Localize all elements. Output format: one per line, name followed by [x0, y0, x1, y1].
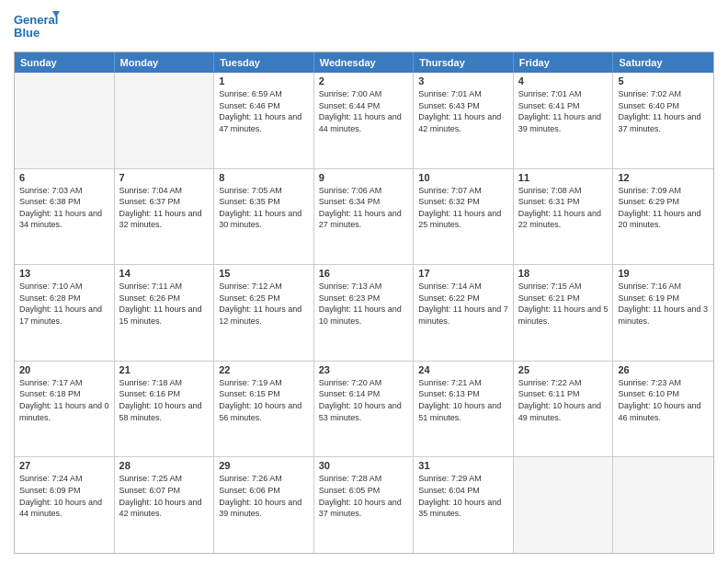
day-number: 30 [319, 460, 409, 471]
calendar-row-4: 27Sunrise: 7:24 AMSunset: 6:09 PMDayligh… [15, 456, 713, 553]
day-number: 15 [219, 268, 309, 279]
header-day-friday: Friday [514, 52, 614, 73]
day-info: Sunrise: 7:11 AMSunset: 6:26 PMDaylight:… [119, 281, 210, 327]
day-number: 20 [19, 364, 109, 375]
day-number: 3 [418, 75, 508, 86]
day-info: Sunrise: 7:09 AMSunset: 6:29 PMDaylight:… [618, 185, 709, 231]
day-number: 27 [19, 460, 109, 471]
calendar-cell: 26Sunrise: 7:23 AMSunset: 6:10 PMDayligh… [613, 362, 713, 457]
calendar-cell: 8Sunrise: 7:05 AMSunset: 6:35 PMDaylight… [214, 169, 314, 265]
calendar-cell [514, 457, 614, 553]
day-number: 1 [219, 75, 309, 86]
day-info: Sunrise: 7:05 AMSunset: 6:35 PMDaylight:… [219, 185, 309, 231]
day-info: Sunrise: 7:22 AMSunset: 6:11 PMDaylight:… [518, 377, 609, 423]
day-info: Sunrise: 7:29 AMSunset: 6:04 PMDaylight:… [418, 473, 508, 519]
calendar-cell: 20Sunrise: 7:17 AMSunset: 6:18 PMDayligh… [15, 362, 115, 457]
day-number: 12 [618, 172, 709, 183]
day-info: Sunrise: 7:02 AMSunset: 6:40 PMDaylight:… [618, 88, 709, 134]
calendar-cell: 9Sunrise: 7:06 AMSunset: 6:34 PMDaylight… [314, 169, 415, 265]
day-number: 28 [119, 460, 210, 471]
day-number: 9 [319, 172, 409, 183]
day-number: 16 [319, 268, 409, 279]
calendar-cell: 23Sunrise: 7:20 AMSunset: 6:14 PMDayligh… [314, 362, 415, 457]
svg-text:General: General [14, 13, 58, 27]
day-info: Sunrise: 7:25 AMSunset: 6:07 PMDaylight:… [119, 473, 210, 519]
calendar-cell: 13Sunrise: 7:10 AMSunset: 6:28 PMDayligh… [15, 265, 115, 361]
calendar-cell: 19Sunrise: 7:16 AMSunset: 6:19 PMDayligh… [613, 265, 713, 361]
header: General Blue [14, 9, 714, 44]
day-info: Sunrise: 7:26 AMSunset: 6:06 PMDaylight:… [219, 473, 309, 519]
header-day-saturday: Saturday [613, 52, 713, 73]
day-number: 17 [418, 268, 508, 279]
day-info: Sunrise: 7:07 AMSunset: 6:32 PMDaylight:… [418, 185, 508, 231]
calendar-body: 1Sunrise: 6:59 AMSunset: 6:46 PMDaylight… [15, 73, 713, 553]
day-number: 24 [418, 364, 508, 375]
calendar-cell [613, 457, 713, 553]
calendar-cell: 16Sunrise: 7:13 AMSunset: 6:23 PMDayligh… [314, 265, 415, 361]
calendar-cell: 2Sunrise: 7:00 AMSunset: 6:44 PMDaylight… [314, 73, 415, 168]
calendar-cell [15, 73, 115, 168]
calendar-cell: 10Sunrise: 7:07 AMSunset: 6:32 PMDayligh… [414, 169, 514, 265]
day-info: Sunrise: 7:18 AMSunset: 6:16 PMDaylight:… [119, 377, 210, 423]
header-day-monday: Monday [115, 52, 215, 73]
day-info: Sunrise: 7:06 AMSunset: 6:34 PMDaylight:… [319, 185, 409, 231]
calendar-row-0: 1Sunrise: 6:59 AMSunset: 6:46 PMDaylight… [15, 73, 713, 168]
day-number: 25 [518, 364, 609, 375]
header-day-tuesday: Tuesday [214, 52, 314, 73]
calendar-cell: 29Sunrise: 7:26 AMSunset: 6:06 PMDayligh… [214, 457, 314, 553]
day-number: 14 [119, 268, 210, 279]
day-info: Sunrise: 7:15 AMSunset: 6:21 PMDaylight:… [518, 281, 609, 327]
day-number: 21 [119, 364, 210, 375]
header-day-wednesday: Wednesday [314, 52, 415, 73]
logo: General Blue [14, 9, 60, 44]
day-info: Sunrise: 7:13 AMSunset: 6:23 PMDaylight:… [319, 281, 409, 327]
day-info: Sunrise: 7:03 AMSunset: 6:38 PMDaylight:… [19, 185, 109, 231]
day-info: Sunrise: 7:14 AMSunset: 6:22 PMDaylight:… [418, 281, 508, 327]
calendar-row-3: 20Sunrise: 7:17 AMSunset: 6:18 PMDayligh… [15, 361, 713, 457]
calendar-header: SundayMondayTuesdayWednesdayThursdayFrid… [15, 52, 713, 73]
day-info: Sunrise: 7:12 AMSunset: 6:25 PMDaylight:… [219, 281, 309, 327]
calendar-cell: 17Sunrise: 7:14 AMSunset: 6:22 PMDayligh… [414, 265, 514, 361]
day-info: Sunrise: 7:28 AMSunset: 6:05 PMDaylight:… [319, 473, 409, 519]
day-number: 10 [418, 172, 508, 183]
day-info: Sunrise: 7:17 AMSunset: 6:18 PMDaylight:… [19, 377, 109, 423]
day-info: Sunrise: 7:10 AMSunset: 6:28 PMDaylight:… [19, 281, 109, 327]
day-number: 2 [319, 75, 409, 86]
day-info: Sunrise: 7:00 AMSunset: 6:44 PMDaylight:… [319, 88, 409, 134]
calendar-cell: 7Sunrise: 7:04 AMSunset: 6:37 PMDaylight… [115, 169, 215, 265]
calendar-cell [115, 73, 215, 168]
calendar-cell: 1Sunrise: 6:59 AMSunset: 6:46 PMDaylight… [214, 73, 314, 168]
page: General Blue SundayMondayTuesdayWednesda… [0, 0, 728, 563]
day-number: 18 [518, 268, 609, 279]
calendar: SundayMondayTuesdayWednesdayThursdayFrid… [14, 52, 714, 554]
calendar-cell: 24Sunrise: 7:21 AMSunset: 6:13 PMDayligh… [414, 362, 514, 457]
calendar-cell: 28Sunrise: 7:25 AMSunset: 6:07 PMDayligh… [115, 457, 215, 553]
day-info: Sunrise: 7:16 AMSunset: 6:19 PMDaylight:… [618, 281, 709, 327]
calendar-cell: 27Sunrise: 7:24 AMSunset: 6:09 PMDayligh… [15, 457, 115, 553]
day-info: Sunrise: 7:21 AMSunset: 6:13 PMDaylight:… [418, 377, 508, 423]
day-number: 4 [518, 75, 609, 86]
day-number: 8 [219, 172, 309, 183]
calendar-cell: 5Sunrise: 7:02 AMSunset: 6:40 PMDaylight… [613, 73, 713, 168]
day-number: 5 [618, 75, 709, 86]
day-info: Sunrise: 7:01 AMSunset: 6:43 PMDaylight:… [418, 88, 508, 134]
day-info: Sunrise: 7:01 AMSunset: 6:41 PMDaylight:… [518, 88, 609, 134]
calendar-cell: 22Sunrise: 7:19 AMSunset: 6:15 PMDayligh… [214, 362, 314, 457]
calendar-cell: 25Sunrise: 7:22 AMSunset: 6:11 PMDayligh… [514, 362, 614, 457]
calendar-cell: 11Sunrise: 7:08 AMSunset: 6:31 PMDayligh… [514, 169, 614, 265]
day-info: Sunrise: 7:19 AMSunset: 6:15 PMDaylight:… [219, 377, 309, 423]
calendar-cell: 30Sunrise: 7:28 AMSunset: 6:05 PMDayligh… [314, 457, 415, 553]
day-info: Sunrise: 7:20 AMSunset: 6:14 PMDaylight:… [319, 377, 409, 423]
day-info: Sunrise: 7:24 AMSunset: 6:09 PMDaylight:… [19, 473, 109, 519]
logo-svg: General Blue [14, 9, 60, 44]
day-number: 19 [618, 268, 709, 279]
day-number: 6 [19, 172, 109, 183]
day-number: 26 [618, 364, 709, 375]
calendar-cell: 18Sunrise: 7:15 AMSunset: 6:21 PMDayligh… [514, 265, 614, 361]
day-number: 13 [19, 268, 109, 279]
calendar-cell: 6Sunrise: 7:03 AMSunset: 6:38 PMDaylight… [15, 169, 115, 265]
svg-text:Blue: Blue [14, 26, 40, 40]
calendar-cell: 3Sunrise: 7:01 AMSunset: 6:43 PMDaylight… [414, 73, 514, 168]
calendar-cell: 4Sunrise: 7:01 AMSunset: 6:41 PMDaylight… [514, 73, 614, 168]
day-number: 22 [219, 364, 309, 375]
